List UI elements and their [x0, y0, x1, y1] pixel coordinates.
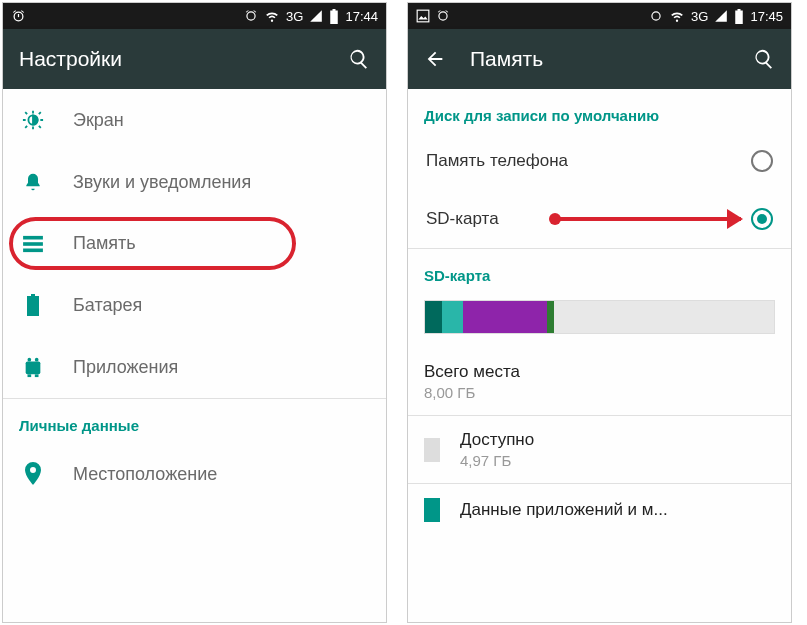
section-sd-card: SD-карта — [408, 249, 791, 292]
storage-title: Всего места — [424, 362, 520, 382]
settings-item-label: Приложения — [73, 357, 178, 378]
battery-icon — [329, 9, 339, 24]
settings-item-label: Батарея — [73, 295, 142, 316]
radio-label: Память телефона — [426, 151, 568, 171]
radio-sd-card[interactable]: SD-карта — [408, 190, 791, 248]
alarm-icon — [11, 9, 26, 24]
bell-icon — [21, 171, 45, 193]
phone-right: 3G 17:45 Память Диск для записи по умолч… — [407, 2, 792, 623]
svg-rect-2 — [23, 242, 43, 246]
location-icon — [21, 462, 45, 486]
storage-segment — [425, 301, 442, 333]
svg-rect-9 — [417, 10, 429, 22]
svg-rect-7 — [28, 374, 32, 377]
app-bar: Память — [408, 29, 791, 89]
storage-segment — [442, 301, 463, 333]
storage-row-total[interactable]: Всего места 8,00 ГБ — [408, 348, 791, 415]
storage-segment — [463, 301, 547, 333]
settings-item-sound[interactable]: Звуки и уведомления — [3, 151, 386, 213]
settings-item-display[interactable]: Экран — [3, 89, 386, 151]
color-swatch — [424, 498, 440, 522]
battery-icon — [734, 9, 744, 24]
alarm-icon — [436, 9, 450, 23]
storage-value: 8,00 ГБ — [424, 384, 520, 401]
network-label: 3G — [691, 9, 708, 24]
storage-content: Диск для записи по умолчанию Память теле… — [408, 89, 791, 622]
settings-item-label: Звуки и уведомления — [73, 172, 251, 193]
storage-usage-bar — [424, 300, 775, 334]
app-bar: Настройки — [3, 29, 386, 89]
alarm-icon — [649, 9, 663, 23]
status-bar: 3G 17:45 — [408, 3, 791, 29]
svg-point-6 — [35, 358, 39, 362]
arrow-annotation — [553, 217, 741, 221]
back-button[interactable] — [424, 48, 446, 70]
storage-title: Доступно — [460, 430, 534, 450]
storage-title: Данные приложений и м... — [460, 500, 668, 520]
signal-icon — [309, 9, 323, 23]
search-button[interactable] — [348, 48, 370, 70]
svg-point-5 — [28, 358, 32, 362]
storage-segment — [547, 301, 554, 333]
settings-list: Экран Звуки и уведомления Память Батарея — [3, 89, 386, 622]
display-icon — [21, 109, 45, 131]
radio-checked-icon — [751, 208, 773, 230]
phone-left: 3G 17:44 Настройки Экран Звуки и у — [2, 2, 387, 623]
page-title: Настройки — [19, 47, 348, 71]
settings-item-label: Экран — [73, 110, 124, 131]
svg-rect-4 — [26, 362, 41, 375]
settings-item-storage[interactable]: Память — [3, 213, 386, 274]
settings-item-label: Местоположение — [73, 464, 217, 485]
highlight-annotation — [9, 217, 296, 270]
svg-rect-3 — [23, 248, 43, 252]
radio-unchecked-icon — [751, 150, 773, 172]
svg-rect-1 — [23, 235, 43, 239]
section-personal: Личные данные — [3, 399, 386, 442]
status-bar: 3G 17:44 — [3, 3, 386, 29]
clock-text: 17:44 — [345, 9, 378, 24]
settings-item-battery[interactable]: Батарея — [3, 274, 386, 336]
clock-text: 17:45 — [750, 9, 783, 24]
network-label: 3G — [286, 9, 303, 24]
alarm-icon — [244, 9, 258, 23]
storage-value: 4,97 ГБ — [460, 452, 534, 469]
color-swatch — [424, 438, 440, 462]
apps-icon — [21, 356, 45, 378]
battery-icon — [21, 294, 45, 316]
settings-item-apps[interactable]: Приложения — [3, 336, 386, 398]
radio-phone-memory[interactable]: Память телефона — [408, 132, 791, 190]
radio-label: SD-карта — [426, 209, 499, 229]
image-icon — [416, 9, 430, 23]
storage-row-appdata[interactable]: Данные приложений и м... — [408, 484, 791, 536]
wifi-icon — [264, 9, 280, 23]
svg-rect-8 — [35, 374, 39, 377]
section-default-disk: Диск для записи по умолчанию — [408, 89, 791, 132]
settings-item-location[interactable]: Местоположение — [3, 442, 386, 506]
settings-item-label: Память — [73, 233, 136, 254]
search-button[interactable] — [753, 48, 775, 70]
storage-row-available[interactable]: Доступно 4,97 ГБ — [408, 416, 791, 483]
storage-icon — [21, 235, 45, 253]
signal-icon — [714, 9, 728, 23]
page-title: Память — [470, 47, 753, 71]
wifi-icon — [669, 9, 685, 23]
